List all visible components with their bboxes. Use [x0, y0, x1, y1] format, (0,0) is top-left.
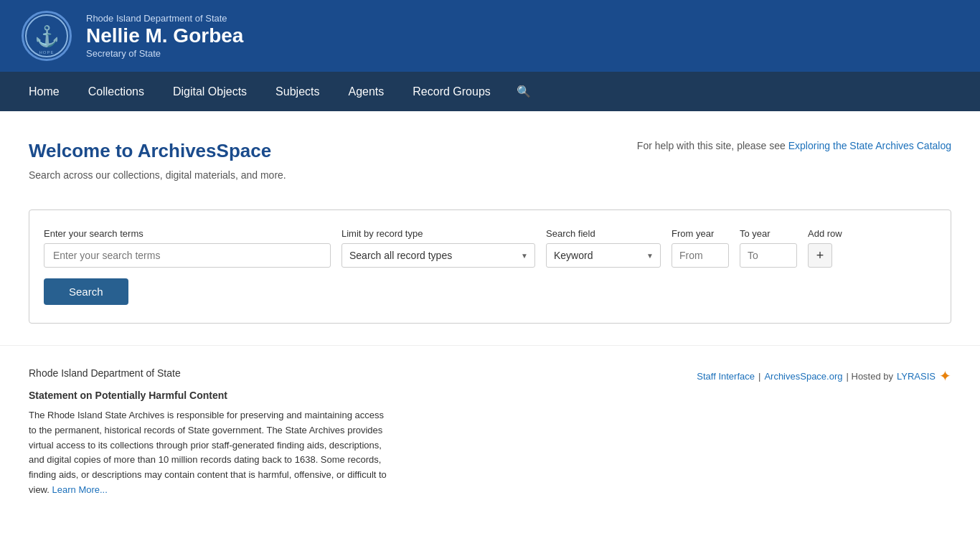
main-nav: Home Collections Digital Objects Subject… — [0, 72, 980, 111]
nav-record-groups[interactable]: Record Groups — [398, 72, 505, 111]
add-row-group: Add row + — [808, 228, 844, 268]
add-row-button[interactable]: + — [808, 243, 832, 268]
search-terms-label: Enter your search terms — [44, 228, 331, 239]
record-type-label: Limit by record type — [341, 228, 535, 239]
lyrasis-star-icon: ✦ — [939, 367, 951, 385]
record-type-select[interactable]: Search all record types Collections Digi… — [341, 243, 535, 268]
search-terms-group: Enter your search terms — [44, 228, 331, 268]
footer-body: The Rhode Island State Archives is respo… — [29, 408, 387, 498]
help-text: For help with this site, please see Expl… — [490, 140, 951, 151]
search-input[interactable] — [44, 243, 331, 268]
help-link[interactable]: Exploring the State Archives Catalog — [788, 140, 951, 151]
search-field-group: Search field Keyword Title Creator Subje… — [546, 228, 661, 268]
header-title: Secretary of State — [86, 48, 243, 59]
nav-subjects[interactable]: Subjects — [261, 72, 334, 111]
add-row-label: Add row — [808, 228, 844, 239]
learn-more-link[interactable]: Learn More... — [52, 484, 108, 495]
footer-statement-title: Statement on Potentially Harmful Content — [29, 390, 387, 401]
main-content: Welcome to ArchivesSpace Search across o… — [0, 111, 980, 345]
nav-collections[interactable]: Collections — [74, 72, 159, 111]
lyrasis-link[interactable]: LYRASIS — [897, 371, 936, 382]
footer-org: Rhode Island Department of State — [29, 367, 387, 379]
nav-home[interactable]: Home — [14, 72, 74, 111]
to-year-input[interactable] — [740, 243, 797, 268]
page-subtitle: Search across our collections, digital m… — [29, 169, 490, 181]
from-year-input[interactable] — [672, 243, 729, 268]
anchor-icon: ⚓ — [34, 24, 60, 48]
to-year-group: To year — [740, 228, 797, 268]
record-type-group: Limit by record type Search all record t… — [341, 228, 535, 268]
search-box: Enter your search terms Limit by record … — [29, 209, 951, 324]
nav-search-icon[interactable]: 🔍 — [505, 72, 542, 111]
site-header: ⚓ HOPE Rhode Island Department of State … — [0, 0, 980, 72]
footer-links: Staff Interface | ArchivesSpace.org | Ho… — [697, 367, 951, 385]
page-title: Welcome to ArchivesSpace — [29, 140, 490, 162]
nav-digital-objects[interactable]: Digital Objects — [159, 72, 261, 111]
archivesspace-link[interactable]: ArchivesSpace.org — [764, 371, 842, 382]
from-year-label: From year — [672, 228, 729, 239]
from-year-group: From year — [672, 228, 729, 268]
logo: ⚓ HOPE — [22, 11, 72, 61]
to-year-label: To year — [740, 228, 797, 239]
nav-agents[interactable]: Agents — [334, 72, 398, 111]
header-name: Nellie M. Gorbea — [86, 24, 243, 48]
header-dept: Rhode Island Department of State — [86, 13, 243, 24]
header-text: Rhode Island Department of State Nellie … — [86, 13, 243, 59]
hope-text: HOPE — [39, 50, 54, 55]
search-field-label: Search field — [546, 228, 661, 239]
search-button[interactable]: Search — [44, 278, 128, 305]
footer: Rhode Island Department of State Stateme… — [0, 345, 980, 519]
staff-interface-link[interactable]: Staff Interface — [697, 371, 755, 382]
search-field-select[interactable]: Keyword Title Creator Subject Notes — [546, 243, 661, 268]
